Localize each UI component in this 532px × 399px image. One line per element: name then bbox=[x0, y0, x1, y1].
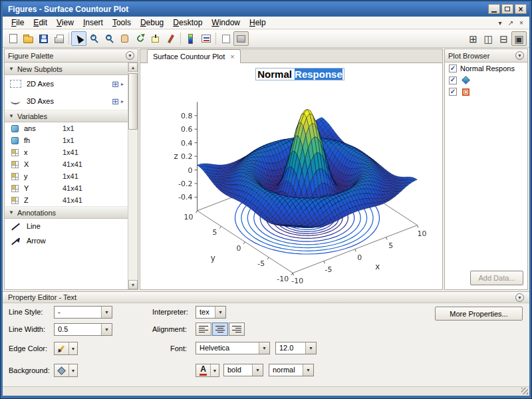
new-figure-button[interactable] bbox=[5, 31, 21, 46]
rotate-3d-button[interactable] bbox=[132, 31, 148, 46]
title-bar[interactable]: Figures - Surface Countour Plot × bbox=[3, 2, 529, 16]
layout-split-vertical-button[interactable]: ◫ bbox=[481, 31, 496, 46]
subplot-grid-icon[interactable]: ⊞ bbox=[112, 97, 119, 106]
status-bar bbox=[3, 386, 529, 396]
pan-hand-icon bbox=[121, 35, 128, 43]
print-figure-button[interactable] bbox=[51, 31, 66, 46]
arrow-annotation-icon bbox=[10, 236, 21, 246]
interpreter-dropdown[interactable]: tex ▼ bbox=[196, 306, 226, 319]
scroll-down-icon[interactable]: ▼ bbox=[128, 280, 138, 289]
section-new-subplots[interactable]: ▼ New Subplots bbox=[5, 63, 128, 75]
variable-row-Z[interactable]: Z 41x41 bbox=[5, 194, 128, 206]
align-left-button[interactable] bbox=[196, 323, 211, 336]
section-variables[interactable]: ▼ Variables bbox=[5, 110, 128, 122]
chevron-right-icon: ▸ bbox=[121, 98, 124, 104]
section-annotations[interactable]: ▼ Annotations bbox=[5, 206, 128, 219]
edge-color-picker[interactable]: ▼ bbox=[54, 342, 78, 355]
save-figure-button[interactable] bbox=[36, 31, 51, 46]
variable-icon bbox=[11, 161, 19, 168]
insert-colorbar-button[interactable] bbox=[183, 31, 198, 46]
layout-split-horizontal-button[interactable]: ⊟ bbox=[496, 31, 511, 46]
hide-plot-tools-button[interactable] bbox=[218, 31, 233, 46]
font-size-dropdown[interactable]: 12.0 ▼ bbox=[275, 342, 317, 354]
close-panel-icon[interactable]: × bbox=[516, 18, 527, 27]
resize-grip[interactable] bbox=[521, 388, 528, 394]
variable-row-Y[interactable]: Y 41x41 bbox=[5, 182, 128, 194]
layout-grid-button[interactable]: ⊞ bbox=[466, 31, 481, 46]
palette-item-2d-axes[interactable]: 2D Axes ⊞ ▸ bbox=[5, 75, 128, 92]
open-file-button[interactable] bbox=[21, 31, 36, 46]
pan-button[interactable] bbox=[117, 31, 132, 46]
panel-menu-icon[interactable]: ▼ bbox=[515, 293, 524, 302]
close-button[interactable]: × bbox=[515, 4, 527, 14]
font-color-picker[interactable]: A ▼ bbox=[196, 364, 219, 377]
check-icon: ✓ bbox=[450, 88, 456, 95]
zoom-in-button[interactable]: + bbox=[86, 31, 102, 46]
plot-browser-item-contour[interactable]: ✓ bbox=[445, 86, 527, 97]
background-color-picker[interactable]: ▼ bbox=[54, 364, 78, 377]
menu-tools[interactable]: Tools bbox=[108, 17, 136, 28]
menu-file[interactable]: File bbox=[7, 17, 29, 28]
checkbox[interactable]: ✓ bbox=[449, 65, 457, 72]
minimize-button[interactable] bbox=[488, 4, 500, 14]
annotation-label: Arrow bbox=[27, 237, 46, 245]
data-cursor-button[interactable] bbox=[148, 31, 163, 46]
layout-maximize-button[interactable]: ▣ bbox=[511, 31, 527, 46]
menu-help[interactable]: Help bbox=[245, 17, 271, 28]
tab-close-icon[interactable]: × bbox=[230, 53, 234, 61]
figure-palette-title: Figure Palette bbox=[8, 52, 126, 60]
scrollbar-track[interactable] bbox=[128, 72, 138, 280]
undock-icon[interactable]: ↗ bbox=[505, 18, 516, 27]
chevron-down-icon[interactable]: ▾ bbox=[495, 18, 505, 27]
add-data-button[interactable]: Add Data... bbox=[470, 271, 523, 285]
check-icon: ✓ bbox=[450, 76, 456, 83]
menu-window[interactable]: Window bbox=[207, 17, 245, 28]
variable-row-ans[interactable]: ans 1x1 bbox=[5, 122, 128, 134]
show-plot-tools-button[interactable] bbox=[233, 31, 249, 46]
dropdown-caret-icon: ▼ bbox=[101, 324, 112, 335]
surface-contour-plot-canvas[interactable] bbox=[148, 67, 440, 290]
line-style-dropdown[interactable]: - ▼ bbox=[54, 306, 112, 319]
scrollbar-thumb[interactable] bbox=[128, 73, 138, 130]
font-size-value: 12.0 bbox=[276, 342, 305, 354]
menu-view[interactable]: View bbox=[52, 17, 78, 28]
scroll-up-icon[interactable]: ▲ bbox=[128, 63, 138, 72]
maximize-button[interactable] bbox=[501, 4, 513, 14]
brush-data-button[interactable] bbox=[163, 31, 178, 46]
annotation-item-line[interactable]: Line bbox=[5, 219, 128, 233]
palette-item-3d-axes[interactable]: 3D Axes ⊞ ▸ bbox=[5, 92, 128, 110]
zoom-out-button[interactable]: − bbox=[102, 31, 117, 46]
insert-legend-button[interactable] bbox=[198, 31, 213, 46]
checkbox[interactable]: ✓ bbox=[449, 88, 457, 96]
checkbox[interactable]: ✓ bbox=[449, 76, 457, 84]
font-weight-dropdown[interactable]: bold ▼ bbox=[223, 364, 263, 376]
edit-plot-button[interactable] bbox=[71, 31, 86, 46]
plot-browser-item-surface[interactable]: ✓ bbox=[445, 74, 527, 86]
variable-icon bbox=[11, 185, 19, 192]
menu-edit[interactable]: Edit bbox=[29, 17, 52, 28]
plot-browser-item-axes[interactable]: ✓ Normal Respons bbox=[445, 63, 527, 74]
plot-title[interactable]: Normal Response bbox=[154, 68, 446, 80]
variable-row-fh[interactable]: fh 1x1 bbox=[5, 134, 128, 146]
palette-scrollbar[interactable]: ▲ ▼ bbox=[128, 63, 138, 289]
plot-title-selected-text[interactable]: Response bbox=[295, 68, 342, 80]
menu-desktop[interactable]: Desktop bbox=[168, 17, 207, 28]
variable-name: x bbox=[24, 148, 63, 156]
tab-surface-contour-plot[interactable]: Surface Countour Plot × bbox=[147, 49, 241, 63]
menu-debug[interactable]: Debug bbox=[136, 17, 168, 28]
variable-row-X[interactable]: X 41x41 bbox=[5, 158, 128, 170]
more-properties-button[interactable]: More Properties... bbox=[435, 307, 523, 321]
plot-title-text[interactable]: Normal bbox=[257, 68, 295, 80]
variable-row-x[interactable]: x 1x41 bbox=[5, 146, 128, 158]
menu-insert[interactable]: Insert bbox=[78, 17, 108, 28]
line-width-dropdown[interactable]: 0.5 ▼ bbox=[54, 323, 112, 336]
annotation-item-arrow[interactable]: Arrow bbox=[5, 233, 128, 248]
variable-row-y[interactable]: y 1x41 bbox=[5, 170, 128, 182]
font-name-dropdown[interactable]: Helvetica ▼ bbox=[196, 342, 270, 354]
align-right-button[interactable] bbox=[229, 323, 245, 336]
font-angle-dropdown[interactable]: normal ▼ bbox=[269, 364, 314, 376]
panel-menu-icon[interactable]: ▼ bbox=[126, 51, 134, 60]
subplot-grid-icon[interactable]: ⊞ bbox=[112, 80, 119, 88]
panel-menu-icon[interactable]: ▼ bbox=[515, 51, 524, 60]
align-center-button[interactable] bbox=[212, 323, 228, 336]
